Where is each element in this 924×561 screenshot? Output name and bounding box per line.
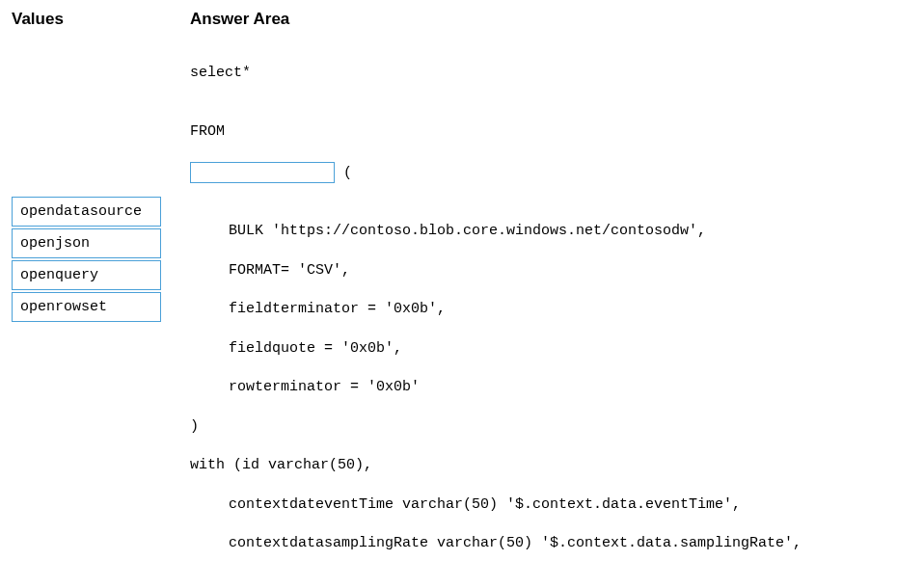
code-line: FORMAT= 'CSV', — [190, 261, 912, 280]
code-line: FROM — [190, 122, 912, 142]
code-line: BULK 'https://contoso.blob.core.windows.… — [190, 222, 912, 241]
code-line: select* — [190, 64, 912, 83]
values-heading: Values — [12, 10, 161, 29]
values-column: Values opendatasource openjson openquery… — [12, 10, 161, 551]
code-line: fieldquote = '0x0b', — [190, 339, 912, 359]
code-line-drop: ( — [190, 162, 912, 183]
code-line: rowterminator = '0x0b' — [190, 378, 912, 397]
value-openrowset[interactable]: openrowset — [12, 292, 161, 322]
answer-area-column: Answer Area select* FROM ( BULK 'https:/… — [190, 10, 912, 551]
code-line: with (id varchar(50), — [190, 456, 912, 475]
drop-target-from[interactable] — [190, 162, 335, 183]
sql-code-block: select* FROM ( BULK 'https://contoso.blo… — [190, 44, 912, 561]
code-line: contextdatasamplingRate varchar(50) '$.c… — [190, 534, 912, 553]
code-line: fieldterminator = '0x0b', — [190, 300, 912, 319]
code-line: ) — [190, 417, 912, 437]
values-list: opendatasource openjson openquery openro… — [12, 197, 161, 322]
value-opendatasource[interactable]: opendatasource — [12, 197, 161, 227]
value-openjson[interactable]: openjson — [12, 228, 161, 258]
value-openquery[interactable]: openquery — [12, 260, 161, 290]
code-line: contextdateventTime varchar(50) '$.conte… — [190, 495, 912, 515]
answer-area-heading: Answer Area — [190, 10, 912, 29]
code-text: ( — [335, 164, 352, 180]
